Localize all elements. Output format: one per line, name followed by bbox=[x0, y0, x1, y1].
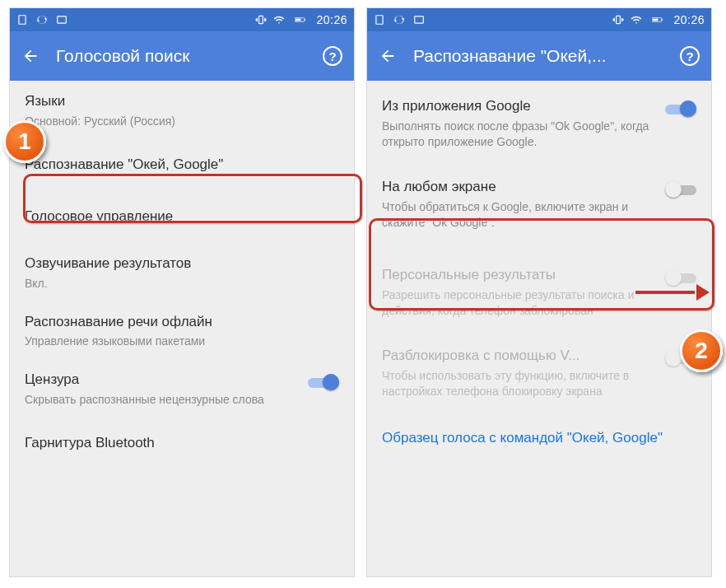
page-title: Распознавание "Окей,... bbox=[413, 46, 663, 66]
row-bluetooth-headset[interactable]: Гарнитура Bluetooth bbox=[10, 418, 354, 456]
row-subtitle: Разрешить персональные результаты поиска… bbox=[382, 287, 657, 319]
toggle-from-app[interactable] bbox=[665, 100, 696, 117]
wifi-icon bbox=[273, 14, 285, 26]
app-bar: Голосовой поиск ? bbox=[10, 31, 354, 81]
phone-right: 20:26 Распознавание "Окей,... ? Из прило… bbox=[367, 8, 711, 576]
row-subtitle: Выполнять поиск после фразы "Ok Google",… bbox=[382, 119, 657, 150]
settings-list: Языки Основной: Русский (Россия) Распозн… bbox=[10, 81, 354, 576]
row-title: Из приложения Google bbox=[382, 97, 657, 116]
vibrate-icon bbox=[612, 14, 624, 26]
row-censor[interactable]: Цензура Скрывать распознанные нецензурны… bbox=[10, 359, 354, 418]
row-ok-google-detection[interactable]: Распознавание "Окей, Google" bbox=[10, 139, 354, 191]
row-title: Озвучивание результатов bbox=[25, 254, 339, 273]
card-icon bbox=[413, 14, 425, 26]
step-badge-1: 1 bbox=[3, 120, 46, 163]
row-subtitle: Чтобы обратиться к Google, включите экра… bbox=[382, 199, 657, 231]
svg-rect-10 bbox=[653, 19, 659, 21]
row-title: Распознавание речи офлайн bbox=[25, 313, 339, 332]
toggle-censor[interactable] bbox=[308, 374, 339, 390]
vibrate-icon bbox=[255, 14, 267, 26]
sync-icon bbox=[36, 14, 48, 26]
back-icon[interactable] bbox=[21, 47, 40, 65]
svg-rect-8 bbox=[617, 16, 621, 23]
row-subtitle: Управление языковыми пакетами bbox=[25, 334, 339, 349]
row-offline-recognition[interactable]: Распознавание речи офлайн Управление язы… bbox=[10, 301, 354, 360]
battery-icon bbox=[291, 14, 309, 26]
row-voice-control[interactable]: Голосовое управление bbox=[10, 191, 354, 243]
svg-rect-7 bbox=[415, 16, 424, 23]
app-bar: Распознавание "Окей,... ? bbox=[367, 31, 711, 81]
battery-icon bbox=[649, 14, 667, 26]
svg-rect-5 bbox=[305, 19, 306, 21]
row-title: Языки bbox=[25, 92, 339, 111]
step-badge-2: 2 bbox=[680, 329, 723, 372]
svg-rect-4 bbox=[296, 19, 301, 21]
card-icon bbox=[56, 14, 67, 26]
row-subtitle: Чтобы использовать эту функцию, включите… bbox=[382, 368, 657, 399]
row-subtitle: Скрывать распознанные нецензурные слова bbox=[25, 392, 300, 408]
row-title: Гарнитура Bluetooth bbox=[25, 434, 339, 453]
sync-icon bbox=[393, 14, 405, 26]
help-icon[interactable]: ? bbox=[680, 46, 700, 66]
row-title: Цензура bbox=[25, 371, 300, 390]
row-subtitle: Основной: Русский (Россия) bbox=[25, 114, 339, 129]
status-bar: 20:26 bbox=[367, 8, 711, 31]
page-icon bbox=[16, 14, 28, 26]
toggle-any-screen[interactable] bbox=[665, 181, 696, 198]
row-voice-sample[interactable]: Образец голоса с командой "Окей, Google" bbox=[367, 409, 711, 448]
wifi-icon bbox=[631, 14, 642, 26]
row-personal-results: Персональные результаты Разрешить персон… bbox=[367, 248, 711, 329]
row-title: Распознавание "Окей, Google" bbox=[25, 156, 339, 175]
svg-rect-11 bbox=[663, 19, 663, 21]
row-title: Голосовое управление bbox=[25, 208, 339, 226]
help-icon[interactable]: ? bbox=[323, 46, 342, 66]
status-time: 20:26 bbox=[316, 13, 347, 26]
svg-rect-6 bbox=[376, 16, 383, 25]
row-from-google-app[interactable]: Из приложения Google Выполнять поиск пос… bbox=[367, 81, 711, 160]
row-title: Разблокировка с помощью V... bbox=[382, 347, 657, 366]
status-time: 20:26 bbox=[673, 13, 705, 26]
toggle-personal bbox=[665, 269, 696, 286]
status-bar: 20:26 bbox=[10, 8, 354, 31]
row-title: Образец голоса с командой "Окей, Google" bbox=[382, 429, 696, 448]
row-speech-output[interactable]: Озвучивание результатов Вкл. bbox=[10, 243, 354, 301]
settings-list: Из приложения Google Выполнять поиск пос… bbox=[367, 81, 711, 576]
row-title: На любом экране bbox=[382, 178, 657, 197]
svg-rect-0 bbox=[19, 16, 26, 25]
row-voice-unlock: Разблокировка с помощью V... Чтобы испол… bbox=[367, 329, 711, 409]
svg-rect-1 bbox=[58, 16, 67, 23]
back-icon[interactable] bbox=[379, 47, 397, 65]
page-title: Голосовой поиск bbox=[56, 46, 306, 66]
row-title: Персональные результаты bbox=[382, 266, 657, 285]
phone-left: 20:26 Голосовой поиск ? Языки Основной: … bbox=[10, 8, 354, 576]
svg-rect-2 bbox=[259, 16, 263, 23]
page-icon bbox=[374, 14, 385, 26]
row-subtitle: Вкл. bbox=[25, 276, 339, 292]
row-languages[interactable]: Языки Основной: Русский (Россия) bbox=[10, 81, 354, 139]
row-any-screen[interactable]: На любом экране Чтобы обратиться к Googl… bbox=[367, 160, 711, 249]
